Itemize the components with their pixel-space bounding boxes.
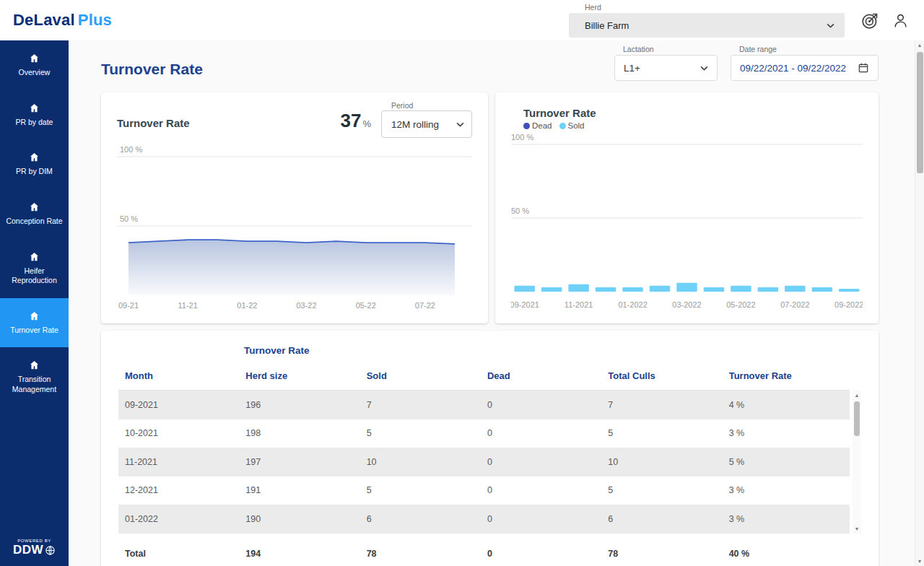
period-value: 12M rolling <box>391 119 439 130</box>
chart-cards-row: Turnover Rate 37 % Period 12M rolling 10… <box>101 92 879 323</box>
scroll-down-arrow[interactable]: ▼ <box>853 524 861 534</box>
svg-text:03-22: 03-22 <box>296 301 316 310</box>
target-icon[interactable] <box>859 9 881 31</box>
svg-text:09-2021: 09-2021 <box>511 300 539 309</box>
table-cell: 190 <box>245 514 366 524</box>
table-cell: 0 <box>487 457 608 467</box>
table-row: 12-20211915053 % <box>118 476 850 505</box>
table-scrollbar-thumb[interactable] <box>854 401 860 436</box>
table-cell: 12-2021 <box>125 485 245 495</box>
table-cell: 5 <box>608 428 728 438</box>
sidebar-item-label: Heifer Reproduction <box>4 266 65 286</box>
brand-logo[interactable]: DeLavalPlus <box>13 11 112 30</box>
sidebar-item-label: Transition Management <box>4 375 65 394</box>
ddw-text: DDW <box>13 543 43 557</box>
lactation-filter-wrap: Lactation L1+ <box>614 45 718 81</box>
column-header: Month <box>125 370 245 381</box>
table-cell: 5 <box>367 485 487 495</box>
date-range-label: Date range <box>731 45 879 53</box>
period-label: Period <box>381 101 472 110</box>
legend-label: Dead <box>532 121 552 130</box>
period-select[interactable]: 12M rolling <box>381 110 472 138</box>
svg-text:01-22: 01-22 <box>237 301 257 310</box>
turnover-bar-chart: 100 %50 %09-202111-202101-202203-202205-… <box>511 133 863 313</box>
herd-select[interactable]: Billie Farm <box>569 13 845 38</box>
sidebar-item-transition-management[interactable]: Transition Management <box>0 347 69 406</box>
table-cell: 5 <box>367 428 487 438</box>
lactation-select[interactable]: L1+ <box>614 55 718 81</box>
table-cell: 0 <box>487 400 608 410</box>
svg-text:09-21: 09-21 <box>118 301 139 310</box>
table-cell: 5 % <box>729 457 850 467</box>
table-scroll-area: 09-20211967074 %10-20211985053 %11-20211… <box>118 391 861 534</box>
sidebar-nav: OverviewPR by datePR by DIMConception Ra… <box>0 40 69 407</box>
table-scrollbar[interactable]: ▲ ▼ <box>853 391 861 534</box>
column-header: Sold <box>367 370 487 381</box>
table-cell: 5 <box>608 485 728 495</box>
line-chart-card: Turnover Rate 37 % Period 12M rolling 10… <box>101 92 488 323</box>
table-header-row: MonthHerd sizeSoldDeadTotal CullsTurnove… <box>118 370 850 391</box>
column-header: Turnover Rate <box>729 370 850 381</box>
table-cell: 0 <box>487 428 608 438</box>
brand-name: DeLaval <box>13 11 75 29</box>
table-cell: 0 <box>487 514 608 524</box>
page-scroll-up-arrow[interactable]: ▲ <box>915 40 924 50</box>
table-row: 01-20221906063 % <box>118 505 850 534</box>
sidebar-item-overview[interactable]: Overview <box>0 40 69 90</box>
home-icon <box>29 201 40 212</box>
table-cell: 09-2021 <box>125 400 245 410</box>
lactation-label: Lactation <box>614 45 718 53</box>
table-cell: 4 % <box>729 400 850 410</box>
total-cell: 40 % <box>729 549 850 559</box>
sidebar-item-label: Overview <box>19 68 51 78</box>
home-icon <box>29 251 40 262</box>
user-icon[interactable] <box>889 9 911 31</box>
table-cell: 3 % <box>729 514 850 524</box>
table-cell: 10-2021 <box>125 428 245 438</box>
table-cell: 3 % <box>729 428 850 438</box>
sidebar-item-heifer-reproduction[interactable]: Heifer Reproduction <box>0 239 69 298</box>
legend-dead[interactable]: Dead <box>523 121 552 130</box>
total-cell: 78 <box>608 549 728 559</box>
home-icon <box>29 310 40 321</box>
legend-sold[interactable]: Sold <box>559 121 585 130</box>
sidebar-item-label: PR by DIM <box>16 167 53 177</box>
line-chart-header: Turnover Rate 37 % Period 12M rolling <box>117 101 472 138</box>
total-cell: 0 <box>487 549 608 559</box>
page-title: Turnover Rate <box>101 61 203 78</box>
table-cell: 01-2022 <box>125 514 245 524</box>
sidebar-item-turnover-rate[interactable]: Turnover Rate <box>0 298 69 348</box>
sidebar-item-pr-by-dim[interactable]: PR by DIM <box>0 139 69 189</box>
table-cell: 10 <box>608 457 728 467</box>
table-cell: 3 % <box>729 485 850 495</box>
total-cell: Total <box>125 549 245 559</box>
topbar-actions: Herd Billie Farm <box>569 3 911 38</box>
home-icon <box>29 152 40 162</box>
herd-select-wrap: Herd Billie Farm <box>569 3 845 38</box>
date-range-input[interactable]: 09/22/2021 - 09/22/2022 <box>731 55 879 81</box>
page-scrollbar[interactable]: ▲ ▼ <box>915 40 924 566</box>
turnover-line-chart: 100 %50 %09-2111-2101-2203-2205-2207-22 <box>117 141 472 313</box>
page-scroll-down-arrow[interactable]: ▼ <box>915 557 924 566</box>
table-cell: 197 <box>245 457 366 467</box>
sidebar-item-pr-by-date[interactable]: PR by date <box>0 90 69 140</box>
top-header: DeLavalPlus Herd Billie Farm <box>0 0 924 40</box>
herd-select-value: Billie Farm <box>585 20 629 31</box>
svg-text:11-2021: 11-2021 <box>565 300 593 309</box>
main-content: Turnover Rate Lactation L1+ Date range 0… <box>69 40 924 566</box>
table-cell: 0 <box>487 485 608 495</box>
period-select-wrap: Period 12M rolling <box>381 101 472 138</box>
sidebar-item-label: PR by date <box>16 118 53 128</box>
page-scrollbar-thumb[interactable] <box>917 52 923 173</box>
sidebar-item-conception-rate[interactable]: Conception Rate <box>0 189 69 239</box>
svg-text:07-22: 07-22 <box>415 301 435 310</box>
legend-label: Sold <box>568 121 585 130</box>
svg-text:11-21: 11-21 <box>178 301 198 310</box>
svg-text:50 %: 50 % <box>511 206 529 215</box>
table-row: 11-2021197100105 % <box>118 448 850 476</box>
herd-select-label: Herd <box>569 3 845 12</box>
lactation-value: L1+ <box>624 63 640 74</box>
total-cell: 194 <box>245 549 366 559</box>
scroll-up-arrow[interactable]: ▲ <box>853 391 861 400</box>
date-range-wrap: Date range 09/22/2021 - 09/22/2022 <box>731 45 879 81</box>
